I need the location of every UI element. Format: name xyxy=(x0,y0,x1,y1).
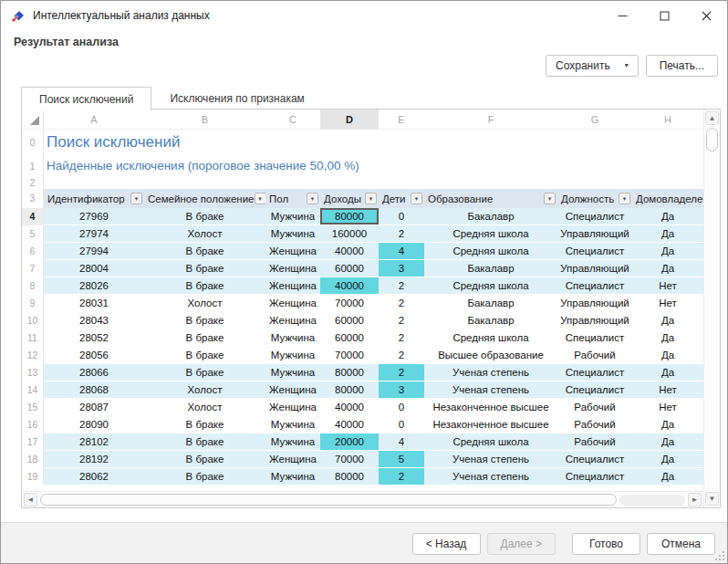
close-button[interactable] xyxy=(685,1,727,30)
table-cell[interactable]: Да xyxy=(632,416,703,433)
table-cell[interactable]: 2 xyxy=(379,225,424,243)
table-cell[interactable]: 28026 xyxy=(44,277,144,295)
table-cell[interactable]: Рабочий xyxy=(557,433,632,451)
row-number[interactable]: 7 xyxy=(22,260,44,277)
table-cell[interactable]: В браке xyxy=(144,260,265,277)
table-cell[interactable]: 2 xyxy=(379,347,424,364)
table-cell[interactable]: 2 xyxy=(379,329,424,347)
row-number[interactable]: 11 xyxy=(22,329,44,347)
row-number[interactable]: 1 xyxy=(22,155,44,177)
column-letter-G[interactable]: G xyxy=(557,110,632,130)
table-cell[interactable]: В браке xyxy=(144,433,265,451)
table-cell[interactable]: 80000 xyxy=(320,468,379,486)
table-cell[interactable]: 27969 xyxy=(44,208,144,225)
table-cell[interactable]: Да xyxy=(632,433,703,451)
table-cell[interactable]: Холост xyxy=(144,399,265,416)
table-cell[interactable]: 40000 xyxy=(320,243,379,260)
table-cell[interactable]: 80000 xyxy=(320,381,379,399)
print-button[interactable]: Печать... xyxy=(646,55,718,77)
table-cell[interactable]: Мужчина xyxy=(265,364,320,381)
select-all-corner[interactable] xyxy=(22,110,44,129)
table-cell[interactable]: Средняя школа xyxy=(424,433,557,451)
table-cell[interactable]: Бакалавр xyxy=(424,260,557,277)
table-cell[interactable]: 28056 xyxy=(44,347,144,364)
table-cell[interactable]: Средняя школа xyxy=(424,329,557,347)
row-number[interactable]: 15 xyxy=(22,399,44,416)
table-cell[interactable]: 28066 xyxy=(44,364,144,381)
table-cell[interactable]: Управляющий xyxy=(557,225,632,243)
table-cell[interactable]: 4 xyxy=(379,243,424,260)
table-cell[interactable]: Женщина xyxy=(265,243,320,260)
table-cell[interactable]: Мужчина xyxy=(265,208,320,225)
vertical-scrollbar-thumb[interactable] xyxy=(706,128,718,151)
table-cell[interactable]: Специалист xyxy=(557,208,632,225)
table-cell[interactable]: Мужчина xyxy=(265,347,320,364)
table-cell[interactable]: Женщина xyxy=(265,399,320,416)
filter-dropdown-button[interactable]: ▾ xyxy=(255,193,266,204)
table-cell[interactable]: Женщина xyxy=(265,260,320,277)
table-cell[interactable]: В браке xyxy=(144,243,265,260)
table-cell[interactable]: 60000 xyxy=(320,329,379,347)
table-cell[interactable]: 28192 xyxy=(44,451,144,468)
save-dropdown-icon[interactable]: ▾ xyxy=(625,62,629,69)
tab-exceptions-by-features[interactable]: Исключения по признакам xyxy=(151,87,322,110)
table-cell[interactable]: 40000 xyxy=(320,399,379,416)
filter-dropdown-button[interactable]: ▾ xyxy=(307,193,318,204)
table-cell[interactable]: Ученая степень xyxy=(424,364,557,381)
table-cell[interactable]: В браке xyxy=(144,468,265,486)
table-cell[interactable]: Да xyxy=(632,347,703,364)
table-cell[interactable]: 28090 xyxy=(44,416,144,433)
table-cell[interactable]: 0 xyxy=(379,208,424,225)
table-cell[interactable]: Нет xyxy=(632,295,703,312)
table-cell[interactable]: Женщина xyxy=(265,381,320,399)
row-number[interactable]: 18 xyxy=(22,451,44,468)
row-number[interactable]: 9 xyxy=(22,295,44,312)
scroll-right-icon[interactable]: ► xyxy=(688,493,702,507)
table-cell[interactable]: 28087 xyxy=(44,399,144,416)
table-cell[interactable]: Высшее образование xyxy=(424,347,557,364)
minimize-button[interactable] xyxy=(601,1,643,30)
table-cell[interactable]: 70000 xyxy=(320,347,379,364)
table-cell[interactable]: Бакалавр xyxy=(424,208,557,225)
filter-dropdown-button[interactable]: ▾ xyxy=(619,193,630,204)
table-cell[interactable]: Рабочий xyxy=(557,347,632,364)
back-button[interactable]: < Назад xyxy=(412,533,481,555)
table-cell[interactable]: 160000 xyxy=(320,225,379,243)
table-cell[interactable]: Да xyxy=(632,312,703,329)
row-number[interactable]: 17 xyxy=(22,433,44,451)
table-cell[interactable]: 28062 xyxy=(44,468,144,486)
table-cell[interactable]: 80000 xyxy=(320,208,379,225)
table-cell[interactable]: Да xyxy=(632,225,703,243)
table-cell[interactable]: Средняя школа xyxy=(424,243,557,260)
table-cell[interactable]: Мужчина xyxy=(265,416,320,433)
table-cell[interactable]: Да xyxy=(632,329,703,347)
table-cell[interactable]: Да xyxy=(632,208,703,225)
table-cell[interactable]: Да xyxy=(632,243,703,260)
table-cell[interactable]: 28031 xyxy=(44,295,144,312)
filter-dropdown-button[interactable]: ▾ xyxy=(365,193,377,204)
column-letter-A[interactable]: A xyxy=(44,110,144,130)
row-number[interactable]: 14 xyxy=(22,381,44,399)
table-cell[interactable]: Управляющий xyxy=(557,312,632,329)
table-cell[interactable]: Специалист xyxy=(557,243,632,260)
finish-button[interactable]: Готово xyxy=(572,533,640,555)
vertical-scrollbar[interactable]: ▲ ▼ xyxy=(703,110,720,507)
scroll-down-icon[interactable]: ▼ xyxy=(705,492,719,506)
maximize-button[interactable] xyxy=(643,1,685,30)
table-cell[interactable]: 60000 xyxy=(320,312,379,329)
table-cell[interactable]: Специалист xyxy=(557,381,632,399)
table-cell[interactable]: 4 xyxy=(379,433,424,451)
table-cell[interactable]: Холост xyxy=(144,225,265,243)
table-cell[interactable]: Нет xyxy=(632,399,703,416)
row-number[interactable]: 5 xyxy=(22,225,44,243)
table-cell[interactable]: Да xyxy=(632,468,703,486)
filter-dropdown-button[interactable]: ▾ xyxy=(130,193,142,204)
row-number[interactable]: 0 xyxy=(22,130,44,155)
table-cell[interactable]: Средняя школа xyxy=(424,277,557,295)
table-cell[interactable]: В браке xyxy=(144,329,265,347)
table-cell[interactable]: Бакалавр xyxy=(424,312,557,329)
table-cell[interactable]: 40000 xyxy=(320,416,379,433)
filter-dropdown-button[interactable]: ▾ xyxy=(411,193,422,204)
row-number[interactable]: 10 xyxy=(22,312,44,329)
filter-dropdown-button[interactable]: ▾ xyxy=(544,193,556,204)
